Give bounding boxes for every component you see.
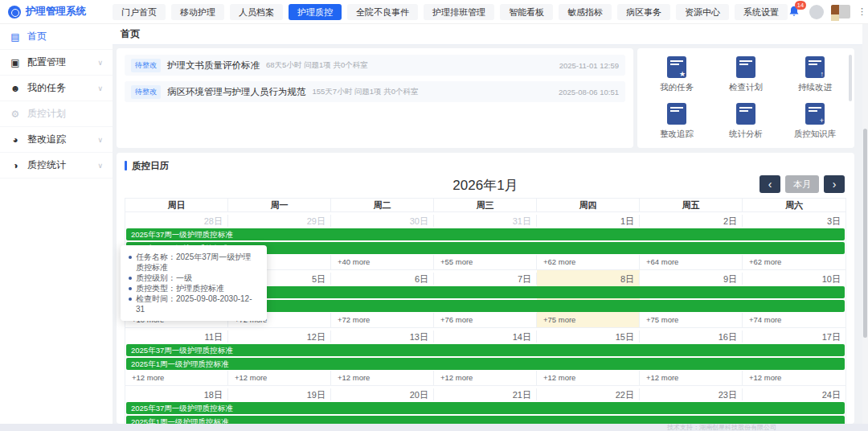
config-icon: ▣ [10,57,21,68]
sidebar-item-config[interactable]: ▣配置管理∨ [0,50,113,76]
calendar-event-bar[interactable]: 2025年37周一级护理质控标准 [126,402,845,414]
more-link[interactable]: +12 more [125,371,228,385]
chevron-down-icon: ∨ [97,59,103,67]
calendar-toolbar: 2026年1月 ‹ 本月 › [125,172,846,198]
date-cell[interactable]: 14日 [434,330,537,343]
more-link[interactable]: +40 more [331,255,434,269]
date-cell[interactable]: 16日 [640,330,743,343]
date-cell[interactable]: 12日 [228,330,331,343]
next-month-button[interactable]: › [824,175,845,193]
quick-link-book[interactable]: 整改追踪 [642,103,711,140]
date-cell[interactable]: 29日 [228,215,331,227]
bullet-icon [129,287,132,290]
date-cell[interactable]: 28日 [125,215,228,227]
nav-tab-2[interactable]: 移动护理 [171,4,224,20]
calendar-week: 11日12日13日14日15日16日17日2025年37周一级护理质控标准202… [125,328,845,386]
date-cell[interactable]: 24日 [743,388,845,400]
date-cell[interactable]: 20日 [331,388,434,400]
sidebar-item-rectify-track[interactable]: ◕整改追踪∨ [0,127,113,153]
more-link[interactable]: +12 more [228,371,331,385]
date-cell[interactable]: 17日 [743,330,845,343]
more-link[interactable]: +76 more [434,313,537,327]
nav-tab-1[interactable]: 门户首页 [113,4,166,20]
breadcrumb[interactable]: 首页 [121,27,140,41]
date-cell[interactable]: 22日 [537,388,640,400]
nav-tab-11[interactable]: 系统设置 [735,4,788,20]
current-month-button[interactable]: 本月 [785,175,819,193]
quick-link-label: 整改追踪 [660,129,694,140]
more-link[interactable]: +12 more [743,371,845,385]
quick-link-book-plus[interactable]: +质控知识库 [780,103,850,140]
more-link[interactable]: +12 more [434,371,537,385]
more-link[interactable]: +74 more [743,313,845,327]
more-link[interactable]: +72 more [331,313,434,327]
top-navbar: 护理管理系统 门户首页移动护理人员档案护理质控全院不良事件护理排班管理智能看板敏… [0,0,868,24]
nav-tab-7[interactable]: 智能看板 [500,4,553,20]
notification-bell[interactable]: 14 [788,5,802,19]
sidebar-item-plan-gear[interactable]: ⚙质控计划 [0,101,113,127]
more-link[interactable]: +55 more [434,255,537,269]
date-cell[interactable]: 18日 [125,388,228,400]
more-link[interactable]: +12 more [331,371,434,385]
sidebar-item-label: 质控计划 [27,107,66,121]
more-link[interactable]: +64 more [640,255,743,269]
book-arrow-up-icon: ↑ [805,56,825,78]
calendar-event-bar[interactable]: 2025年37周一级护理质控标准 [126,344,845,356]
calendar-event-bar[interactable]: 2025年1周一级护理质控标准 [126,358,845,370]
sidebar-item-my-tasks[interactable]: ☻我的任务∨ [0,76,113,101]
calendar-month-title: 2026年1月 [125,176,846,195]
date-cell[interactable]: 8日 [537,273,640,285]
date-cell[interactable]: 7日 [434,273,537,285]
date-row: 18日19日20日21日22日23日24日 [125,388,845,400]
nav-tab-5[interactable]: 全院不良事件 [347,4,418,20]
nav-tab-10[interactable]: 资源中心 [676,4,729,20]
quick-link-label: 统计分析 [729,129,763,140]
quick-link-book-arrow-up[interactable]: ↑持续改进 [780,56,850,93]
date-cell[interactable]: 6日 [331,273,434,285]
more-menu-icon[interactable]: ⋮ [858,6,866,17]
task-title: 护理文书质量评价标准 [167,60,260,72]
more-link[interactable]: +75 more [640,313,743,327]
panel-scrollbar[interactable] [849,55,852,101]
date-cell[interactable]: 30日 [331,215,434,227]
nav-tab-9[interactable]: 病区事务 [617,4,670,20]
calendar-event-bar[interactable]: 2025年1周一级护理质控标准 [126,416,845,424]
more-link[interactable]: +12 more [537,371,640,385]
avatar[interactable] [809,5,824,19]
quick-link-book[interactable]: 检查计划 [711,56,780,93]
nav-tab-6[interactable]: 护理排班管理 [424,4,494,20]
date-cell[interactable]: 1日 [537,215,640,227]
more-link[interactable]: +12 more [640,371,743,385]
date-cell[interactable]: 11日 [125,330,228,343]
more-link[interactable]: +75 more [537,313,640,327]
nav-tab-3[interactable]: 人员档案 [230,4,283,20]
date-cell[interactable]: 19日 [228,388,331,400]
date-cell[interactable]: 2日 [640,215,743,227]
nav-tab-4[interactable]: 护理质控 [289,4,342,20]
task-row[interactable]: 待整改病区环境管理与护理人员行为规范155天7小时 问题1项 共0个科室2025… [125,81,625,102]
calendar-event-bar[interactable]: 2025年37周一级护理质控标准 [126,228,845,240]
date-cell[interactable]: 21日 [434,388,537,400]
date-cell[interactable]: 23日 [640,388,743,400]
nav-tab-8[interactable]: 敏感指标 [559,4,612,20]
quick-link-book[interactable]: 统计分析 [711,103,780,140]
date-cell[interactable]: 15日 [537,330,640,343]
more-link[interactable]: +62 more [743,255,845,269]
date-cell[interactable]: 9日 [640,273,743,285]
sidebar-item-home-doc[interactable]: ▤首页 [0,24,113,50]
more-link[interactable]: +62 more [537,255,640,269]
weekday-label: 周二 [331,199,434,212]
date-cell[interactable]: 10日 [743,273,845,285]
page-scrollbar[interactable] [862,24,868,424]
date-cell[interactable]: 3日 [743,215,845,227]
task-row[interactable]: 待整改护理文书质量评价标准68天5小时 问题1项 共0个科室2025-11-01… [125,55,625,76]
sidebar-item-qc-stats[interactable]: ◑质控统计∨ [0,153,113,179]
quick-link-book-star[interactable]: ★我的任务 [642,56,711,93]
user-avatar-image[interactable] [831,5,850,18]
prev-month-button[interactable]: ‹ [760,175,780,193]
date-cell[interactable]: 13日 [331,330,434,343]
page-scrollbar-thumb[interactable] [863,129,867,338]
icon-glyph: + [820,117,824,125]
date-cell[interactable]: 31日 [434,215,537,227]
tooltip-item-text: 任务名称：2025年37周一级护理质控标准 [136,252,259,273]
